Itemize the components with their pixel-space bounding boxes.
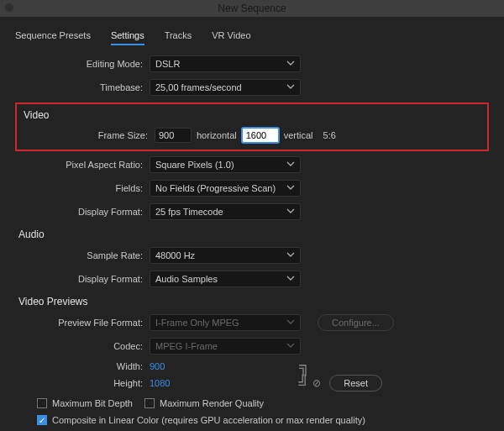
- tab-settings[interactable]: Settings: [111, 30, 144, 45]
- chevron-down-icon: [286, 183, 295, 193]
- preview-height-label: Height:: [15, 378, 150, 388]
- timebase-label: Timebase:: [15, 82, 150, 92]
- checkbox-icon: [37, 398, 47, 408]
- preview-file-format-label: Preview File Format:: [15, 318, 150, 328]
- preview-height-value[interactable]: 1080: [150, 378, 170, 388]
- chevron-down-icon: [286, 207, 295, 217]
- link-bracket-icon: ╗: [299, 362, 310, 371]
- audio-display-format-select[interactable]: Audio Samples: [150, 271, 301, 287]
- reset-button[interactable]: Reset: [329, 375, 382, 392]
- chevron-down-icon: [286, 341, 295, 351]
- max-render-quality-label: Maximum Render Quality: [160, 398, 264, 408]
- codec-select: MPEG I-Frame: [150, 338, 301, 355]
- video-display-format-select[interactable]: 25 fps Timecode: [150, 203, 301, 220]
- chevron-down-icon: [286, 59, 295, 69]
- frame-width-input[interactable]: 900: [155, 128, 192, 143]
- vertical-label: vertical: [284, 130, 313, 140]
- frame-size-label: Frame Size:: [20, 130, 155, 140]
- sample-rate-value: 48000 Hz: [155, 250, 195, 260]
- titlebar: New Sequence: [0, 0, 504, 17]
- max-bit-depth-checkbox[interactable]: Maximum Bit Depth: [37, 398, 133, 408]
- codec-value: MPEG I-Frame: [155, 341, 218, 351]
- video-previews-section-title: Video Previews: [18, 296, 489, 307]
- horizontal-label: horizontal: [197, 130, 237, 140]
- audio-display-format-value: Audio Samples: [155, 274, 218, 284]
- timebase-select[interactable]: 25,00 frames/second: [150, 79, 301, 96]
- video-section-title: Video: [24, 109, 484, 121]
- fields-value: No Fields (Progressive Scan): [155, 183, 276, 193]
- editing-mode-select[interactable]: DSLR: [150, 55, 301, 72]
- configure-button: Configure...: [318, 314, 394, 331]
- max-bit-depth-label: Maximum Bit Depth: [52, 398, 133, 408]
- max-render-quality-checkbox[interactable]: Maximum Render Quality: [144, 398, 264, 408]
- aspect-ratio: 5:6: [323, 130, 336, 140]
- checkbox-checked-icon: ✓: [37, 415, 47, 425]
- video-display-format-value: 25 fps Timecode: [155, 207, 223, 217]
- fields-label: Fields:: [15, 183, 150, 193]
- composite-linear-checkbox[interactable]: ✓ Composite in Linear Color (requires GP…: [37, 415, 365, 425]
- checkbox-icon: [144, 398, 155, 408]
- close-window-icon[interactable]: [5, 3, 13, 12]
- pixel-aspect-ratio-select[interactable]: Square Pixels (1.0): [150, 156, 301, 173]
- fields-select[interactable]: No Fields (Progressive Scan): [150, 180, 301, 197]
- audio-display-format-label: Display Format:: [15, 274, 150, 284]
- window-title: New Sequence: [218, 3, 286, 14]
- highlight-frame-size: Video Frame Size: 900 horizontal 1600 ve…: [15, 102, 489, 151]
- editing-mode-value: DSLR: [155, 59, 180, 69]
- codec-label: Codec:: [15, 341, 150, 351]
- chevron-down-icon: [286, 160, 295, 170]
- preview-width-label: Width:: [15, 361, 150, 371]
- chevron-down-icon: [286, 82, 295, 92]
- dialog-panel: Sequence Presets Settings Tracks VR Vide…: [0, 17, 504, 431]
- sample-rate-select[interactable]: 48000 Hz: [150, 247, 301, 264]
- tab-sequence-presets[interactable]: Sequence Presets: [15, 30, 91, 45]
- tab-bar: Sequence Presets Settings Tracks VR Vide…: [15, 25, 489, 55]
- chevron-down-icon: [286, 250, 295, 260]
- tab-vr-video[interactable]: VR Video: [212, 30, 250, 45]
- audio-section-title: Audio: [18, 229, 489, 240]
- video-display-format-label: Display Format:: [15, 207, 150, 217]
- timebase-value: 25,00 frames/second: [155, 82, 242, 92]
- pixel-aspect-ratio-label: Pixel Aspect Ratio:: [15, 160, 150, 170]
- editing-mode-label: Editing Mode:: [15, 59, 150, 69]
- link-icon[interactable]: ⊘: [312, 377, 321, 389]
- preview-file-format-value: I-Frame Only MPEG: [155, 318, 239, 328]
- chevron-down-icon: [286, 274, 295, 284]
- frame-height-input[interactable]: 1600: [242, 128, 279, 143]
- preview-width-value[interactable]: 900: [150, 361, 165, 371]
- pixel-aspect-ratio-value: Square Pixels (1.0): [155, 160, 234, 170]
- composite-linear-label: Composite in Linear Color (requires GPU …: [52, 415, 365, 425]
- link-bracket-icon: ╝: [298, 379, 309, 387]
- window-buttons: [5, 3, 13, 12]
- preview-file-format-select: I-Frame Only MPEG: [150, 314, 301, 331]
- sample-rate-label: Sample Rate:: [15, 250, 150, 260]
- chevron-down-icon: [286, 318, 295, 328]
- tab-tracks[interactable]: Tracks: [165, 30, 192, 45]
